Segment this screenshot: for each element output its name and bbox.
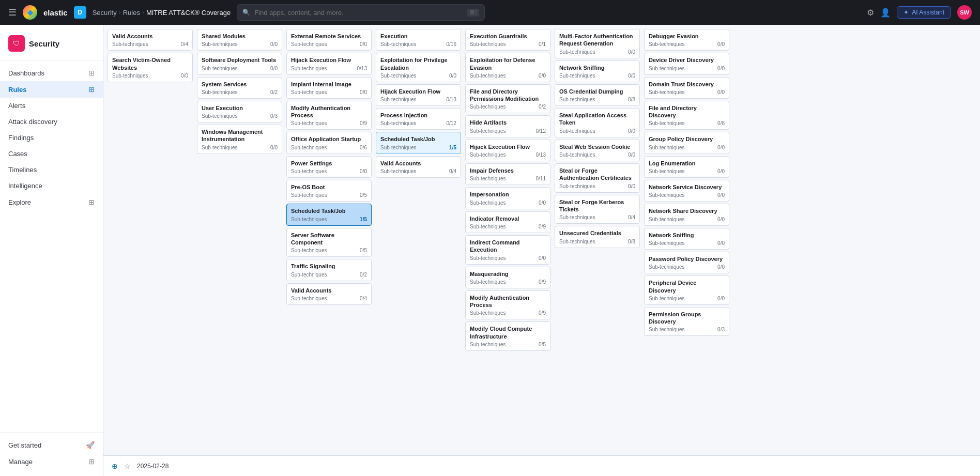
matrix-card[interactable]: Log EnumerationSub-techniques0/0 [644, 156, 729, 178]
matrix-card[interactable]: Scheduled Task/JobSub-techniques1/5 [376, 132, 461, 153]
matrix-card-sub: Sub-techniques0/16 [380, 41, 456, 47]
matrix-card-sub: Sub-techniques0/13 [470, 152, 546, 158]
matrix-card[interactable]: File and Directory DiscoverySub-techniqu… [644, 101, 729, 130]
matrix-card[interactable]: Power SettingsSub-techniques0/0 [286, 156, 372, 178]
sidebar-get-started-label: Get started [8, 441, 41, 449]
matrix-card[interactable]: Implant Internal ImageSub-techniques0/0 [286, 77, 372, 99]
matrix-card[interactable]: Hijack Execution FlowSub-techniques0/13 [376, 84, 461, 106]
matrix-card[interactable]: Peripheral Device DiscoverySub-technique… [644, 275, 729, 305]
matrix-container[interactable]: Valid AccountsSub-techniques0/4Search Vi… [103, 25, 980, 455]
matrix-card[interactable]: OS Credential DumpingSub-techniques0/8 [555, 84, 640, 106]
matrix-card[interactable]: Valid AccountsSub-techniques0/4 [376, 156, 461, 178]
notifications-icon-button[interactable]: 👤 [880, 8, 891, 18]
breadcrumb-rules[interactable]: Rules [123, 9, 140, 17]
matrix-card[interactable]: Exploitation for Privilege EscalationSub… [376, 53, 461, 82]
matrix-card-sub: Sub-techniques0/9 [291, 120, 367, 126]
matrix-card[interactable]: Network Service DiscoverySub-techniques0… [644, 180, 729, 202]
sidebar-item-cases[interactable]: Cases [0, 146, 103, 162]
matrix-card[interactable]: Execution GuardrailsSub-techniques0/1 [465, 29, 550, 51]
matrix-card-title: Hijack Execution Flow [380, 88, 456, 95]
matrix-card[interactable]: Steal or Forge Kerberos TicketsSub-techn… [555, 195, 640, 224]
matrix-card[interactable]: Steal Application Access TokenSub-techni… [555, 108, 640, 137]
matrix-card[interactable]: Server Software ComponentSub-techniques0… [286, 228, 372, 257]
matrix-card-sub: Sub-techniques0/11 [470, 176, 546, 181]
matrix-card[interactable]: Scheduled Task/JobSub-techniques1/5 [286, 204, 372, 225]
matrix-card[interactable]: Valid AccountsSub-techniques0/4 [108, 29, 193, 51]
matrix-card[interactable]: Network SniffingSub-techniques0/0 [644, 228, 729, 250]
matrix-card[interactable]: Modify Authentication ProcessSub-techniq… [465, 290, 550, 320]
breadcrumb-security[interactable]: Security [93, 9, 117, 17]
ai-assistant-button[interactable]: ✦ AI Assistant [897, 6, 951, 19]
matrix-card-count: 0/9 [539, 224, 546, 229]
matrix-card[interactable]: Exploitation for Defense EvasionSub-tech… [465, 53, 550, 82]
hamburger-button[interactable]: ☰ [8, 7, 17, 18]
matrix-card-sub-label: Sub-techniques [202, 66, 238, 71]
matrix-card-sub: Sub-techniques0/12 [380, 120, 456, 126]
matrix-card[interactable]: Password Policy DiscoverySub-techniques0… [644, 252, 729, 273]
matrix-card-count: 0/4 [181, 41, 188, 47]
matrix-card[interactable]: ImpersonationSub-techniques0/0 [465, 187, 550, 209]
sidebar-item-get-started[interactable]: Get started 🚀 [0, 437, 103, 453]
matrix-card[interactable]: Modify Authentication ProcessSub-techniq… [286, 101, 372, 130]
breadcrumb-mitre[interactable]: MITRE ATT&CK® Coverage [146, 9, 231, 17]
matrix-card[interactable]: Modify Cloud Compute InfrastructureSub-t… [465, 321, 550, 351]
search-input[interactable] [254, 9, 463, 17]
matrix-card[interactable]: Multi-Factor Authentication Request Gene… [555, 29, 640, 58]
matrix-card[interactable]: Pre-OS BootSub-techniques0/5 [286, 180, 372, 202]
matrix-card[interactable]: Device Driver DiscoverySub-techniques0/0 [644, 53, 729, 74]
matrix-card[interactable]: Hijack Execution FlowSub-techniques0/13 [465, 140, 550, 161]
main-layout: 🛡 Security Dashboards ⊞ Rules ⊞ Alerts A… [0, 25, 980, 476]
matrix-card-sub: Sub-techniques0/5 [470, 342, 546, 347]
sidebar-item-timelines[interactable]: Timelines [0, 162, 103, 178]
sidebar-item-manage[interactable]: Manage ⊞ [0, 453, 103, 470]
matrix-card[interactable]: Impair DefensesSub-techniques0/11 [465, 163, 550, 185]
sidebar-item-explore[interactable]: Explore ⊞ [0, 194, 103, 210]
sidebar-item-alerts[interactable]: Alerts [0, 98, 103, 114]
matrix-card[interactable]: MasqueradingSub-techniques0/9 [465, 267, 550, 288]
matrix-card[interactable]: Network Share DiscoverySub-techniques0/0 [644, 204, 729, 225]
matrix-card[interactable]: System ServicesSub-techniques0/2 [197, 77, 282, 99]
matrix-card[interactable]: Group Policy DiscoverySub-techniques0/0 [644, 132, 729, 153]
user-avatar: SW [957, 5, 972, 20]
matrix-card-sub: Sub-techniques0/5 [291, 192, 367, 198]
matrix-card[interactable]: Software Deployment ToolsSub-techniques0… [197, 53, 282, 74]
matrix-card[interactable]: Steal or Forge Authentication Certificat… [555, 163, 640, 193]
matrix-card[interactable]: Steal Web Session CookieSub-techniques0/… [555, 140, 640, 161]
add-icon[interactable]: ⊕ [112, 462, 118, 470]
sidebar-item-intelligence[interactable]: Intelligence [0, 178, 103, 194]
sidebar-item-rules[interactable]: Rules ⊞ [0, 81, 103, 98]
matrix-card[interactable]: Indirect Command ExecutionSub-techniques… [465, 235, 550, 265]
matrix-card-title: Search Victim-Owned Websites [112, 56, 188, 71]
matrix-card[interactable]: Office Application StartupSub-techniques… [286, 132, 372, 153]
matrix-card[interactable]: Hijack Execution FlowSub-techniques0/13 [286, 53, 372, 74]
matrix-card[interactable]: Hide ArtifactsSub-techniques0/12 [465, 115, 550, 137]
matrix-card[interactable]: Windows Management InstrumentationSub-te… [197, 125, 282, 154]
matrix-card[interactable]: File and Directory Permissions Modificat… [465, 84, 550, 114]
matrix-card[interactable]: ExecutionSub-techniques0/16 [376, 29, 461, 51]
star-icon[interactable]: ☆ [124, 462, 131, 470]
matrix-card[interactable]: Network SniffingSub-techniques0/0 [555, 60, 640, 82]
matrix-card[interactable]: Search Victim-Owned WebsitesSub-techniqu… [108, 53, 193, 82]
matrix-card[interactable]: Shared ModulesSub-techniques0/0 [197, 29, 282, 51]
settings-icon-button[interactable]: ⚙ [867, 8, 874, 18]
matrix-card-count: 0/2 [539, 104, 546, 110]
matrix-card[interactable]: Debugger EvasionSub-techniques0/0 [644, 29, 729, 51]
matrix-card-count: 1/5 [449, 145, 456, 150]
matrix-card[interactable]: User ExecutionSub-techniques0/3 [197, 101, 282, 122]
search-bar[interactable]: 🔍 ⌘/ [237, 4, 485, 21]
matrix-card[interactable]: Unsecured CredentialsSub-techniques0/8 [555, 226, 640, 248]
sidebar-item-attack-discovery[interactable]: Attack discovery [0, 114, 103, 130]
matrix-card-title: Steal Web Session Cookie [559, 143, 635, 150]
matrix-card-sub-label: Sub-techniques [470, 104, 506, 110]
matrix-card[interactable]: Traffic SignalingSub-techniques0/2 [286, 259, 372, 281]
matrix-card-sub: Sub-techniques0/0 [470, 255, 546, 261]
matrix-card[interactable]: Process InjectionSub-techniques0/12 [376, 108, 461, 130]
matrix-card[interactable]: Indicator RemovalSub-techniques0/9 [465, 211, 550, 233]
matrix-card[interactable]: Permission Groups DiscoverySub-technique… [644, 307, 729, 336]
sidebar-item-findings[interactable]: Findings [0, 130, 103, 146]
matrix-card[interactable]: External Remote ServicesSub-techniques0/… [286, 29, 372, 51]
matrix-card[interactable]: Valid AccountsSub-techniques0/4 [286, 283, 372, 305]
matrix-card[interactable]: Domain Trust DiscoverySub-techniques0/0 [644, 77, 729, 99]
sidebar-item-dashboards[interactable]: Dashboards ⊞ [0, 65, 103, 81]
matrix-card-sub: Sub-techniques0/8 [559, 97, 635, 102]
